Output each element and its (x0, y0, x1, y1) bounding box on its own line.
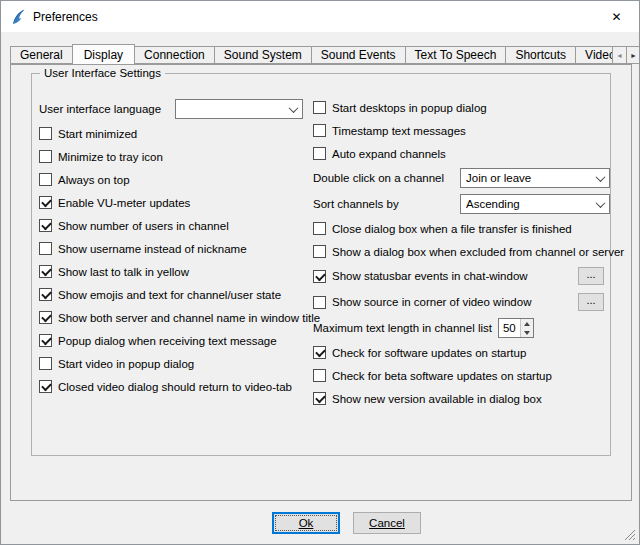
tab[interactable]: Sound System (214, 46, 312, 64)
checkbox (39, 380, 52, 393)
checkbox (39, 127, 52, 140)
checkbox-row[interactable]: Start minimized (39, 122, 303, 145)
checkbox-row[interactable]: Always on top (39, 168, 303, 191)
tab[interactable]: Video (575, 46, 612, 64)
checkbox-label: Auto expand channels (332, 148, 446, 160)
cancel-button[interactable]: Cancel (353, 512, 421, 534)
checkbox-label: Show username instead of nickname (58, 243, 247, 255)
double-click-dropdown-value: Join or leave (466, 172, 592, 184)
tab-label: Shortcuts (515, 48, 566, 62)
checkbox-row[interactable]: Close dialog box when a file transfer is… (313, 217, 610, 240)
statusbar-events-row[interactable]: Show statusbar events in chat-window ... (313, 263, 610, 289)
preferences-dialog: Preferences ✕ General Display Connection… (0, 0, 640, 545)
checkbox-row[interactable]: Show emojis and text for channel/user st… (39, 283, 303, 306)
checkbox-label: Start minimized (58, 128, 137, 140)
checkbox-row[interactable]: Check for software updates on startup (313, 341, 610, 364)
checkbox-row[interactable]: Show username instead of nickname (39, 237, 303, 260)
checkbox-row[interactable]: Show both server and channel name in win… (39, 306, 303, 329)
checkbox-label: Show both server and channel name in win… (58, 312, 320, 324)
right-mid-checkbox-list: Close dialog box when a file transfer is… (313, 217, 610, 263)
checkbox-row[interactable]: Enable VU-meter updates (39, 191, 303, 214)
checkbox (313, 124, 326, 137)
checkbox-label: Show source in corner of video window (332, 296, 531, 308)
checkbox (39, 357, 52, 370)
tab-label: Connection (144, 48, 205, 62)
double-click-dropdown[interactable]: Join or leave (460, 168, 610, 188)
spin-up-icon[interactable] (521, 319, 533, 328)
spinner-arrows (520, 319, 533, 337)
checkbox-row[interactable]: Check for beta software updates on start… (313, 364, 610, 387)
checkbox (39, 242, 52, 255)
tab-label: Video (585, 48, 612, 62)
checkbox-label: Start desktops in popup dialog (332, 102, 487, 114)
video-source-config-button[interactable]: ... (578, 293, 604, 311)
max-text-length-label: Maximum text length in channel list (313, 322, 492, 334)
checkbox (39, 288, 52, 301)
checkbox (313, 222, 326, 235)
chevron-down-icon (592, 195, 609, 213)
sort-channels-dropdown[interactable]: Ascending (460, 194, 610, 214)
chevron-down-icon (592, 169, 609, 187)
right-column: Start desktops in popup dialog Timestamp… (313, 96, 610, 410)
checkbox (39, 311, 52, 324)
checkbox-row[interactable]: Show new version available in dialog box (313, 387, 610, 410)
checkbox (39, 150, 52, 163)
checkbox-label: Check for software updates on startup (332, 347, 526, 359)
checkbox (313, 147, 326, 160)
max-text-length-spinner[interactable]: 50 (498, 318, 534, 338)
resize-grip[interactable] (624, 529, 636, 541)
checkbox-label: Show statusbar events in chat-window (332, 270, 528, 282)
tab[interactable]: General (10, 46, 73, 64)
ok-button[interactable]: Ok (272, 512, 340, 534)
checkbox-row[interactable]: Auto expand channels (313, 142, 610, 165)
tab[interactable]: Sound Events (311, 46, 406, 64)
checkbox-row[interactable]: Show a dialog box when excluded from cha… (313, 240, 610, 263)
checkbox-label: Enable VU-meter updates (58, 197, 190, 209)
tab-scroll-right-button[interactable]: ► (626, 46, 640, 64)
tab-scroll-control: ◄ ► (613, 46, 640, 64)
checkbox-label: Show a dialog box when excluded from cha… (332, 246, 624, 258)
tab[interactable]: Text To Speech (405, 46, 507, 64)
checkbox (313, 245, 326, 258)
tab-label: General (20, 48, 63, 62)
language-dropdown[interactable] (175, 99, 303, 119)
chevron-down-icon (285, 100, 302, 118)
spin-down-icon[interactable] (521, 328, 533, 337)
checkbox-row[interactable]: Start video in popup dialog (39, 352, 303, 375)
close-button[interactable]: ✕ (594, 1, 639, 32)
close-icon: ✕ (611, 10, 621, 24)
checkbox-row[interactable]: Show last to talk in yellow (39, 260, 303, 283)
checkbox-label: Timestamp text messages (332, 125, 466, 137)
statusbar-events-config-button[interactable]: ... (578, 267, 604, 285)
checkbox-row[interactable]: Start desktops in popup dialog (313, 96, 610, 119)
sort-channels-label: Sort channels by (313, 198, 399, 210)
checkbox-row[interactable]: Timestamp text messages (313, 119, 610, 142)
video-source-row[interactable]: Show source in corner of video window ..… (313, 289, 610, 315)
checkbox-row[interactable]: Closed video dialog should return to vid… (39, 375, 303, 398)
checkbox-label: Show new version available in dialog box (332, 393, 542, 405)
tab-label: Sound Events (321, 48, 396, 62)
sort-channels-row: Sort channels by Ascending (313, 191, 610, 217)
tab[interactable]: Shortcuts (505, 46, 576, 64)
checkbox (313, 296, 326, 309)
tab[interactable]: Connection (134, 46, 215, 64)
checkbox (313, 101, 326, 114)
arrow-right-icon: ► (630, 52, 637, 59)
group-title: User Interface Settings (40, 67, 165, 79)
checkbox (39, 173, 52, 186)
double-click-row: Double click on a channel Join or leave (313, 165, 610, 191)
tab[interactable]: Display (72, 44, 135, 64)
checkbox-label: Always on top (58, 174, 130, 186)
checkbox-label: Show emojis and text for channel/user st… (58, 289, 281, 301)
checkbox-row[interactable]: Show number of users in channel (39, 214, 303, 237)
checkbox-label: Minimize to tray icon (58, 151, 163, 163)
titlebar: Preferences ✕ (1, 1, 639, 32)
checkbox-row[interactable]: Minimize to tray icon (39, 145, 303, 168)
max-text-length-value: 50 (499, 319, 520, 337)
tab-scroll-left-button[interactable]: ◄ (612, 46, 627, 64)
checkbox-row[interactable]: Popup dialog when receiving text message (39, 329, 303, 352)
checkbox-label: Popup dialog when receiving text message (58, 335, 277, 347)
checkbox-label: Show number of users in channel (58, 220, 229, 232)
tab-label: Sound System (224, 48, 302, 62)
checkbox-label: Close dialog box when a file transfer is… (332, 223, 572, 235)
